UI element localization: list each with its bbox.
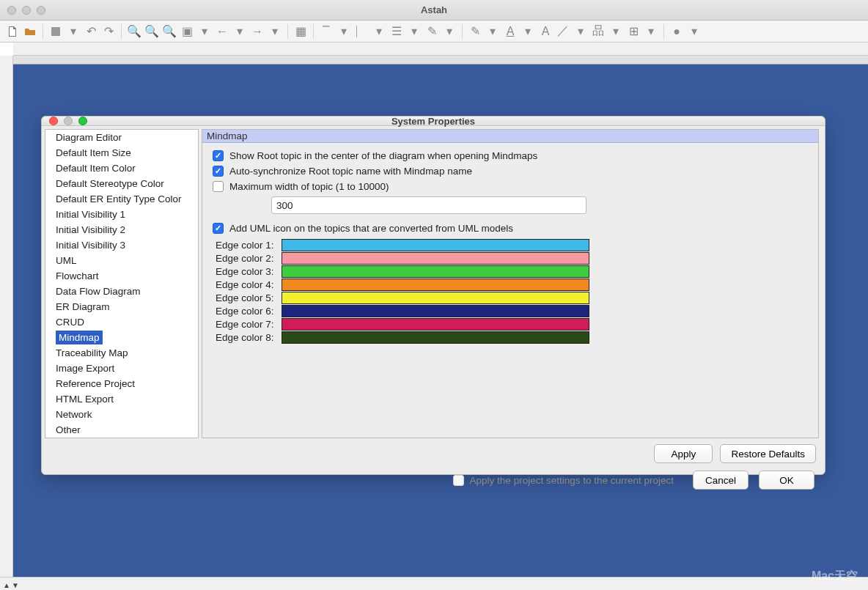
edge-color-label: Edge color 7: bbox=[216, 319, 282, 330]
chevron-down-icon[interactable]: ▾ bbox=[486, 25, 499, 38]
edge-color-swatch-4[interactable] bbox=[282, 279, 589, 291]
open-file-icon[interactable] bbox=[23, 25, 37, 38]
category-list[interactable]: Diagram EditorDefault Item SizeDefault I… bbox=[45, 130, 198, 438]
edge-color-swatch-5[interactable] bbox=[282, 292, 589, 304]
toolbar-separator bbox=[663, 24, 664, 39]
toolbar-separator bbox=[462, 24, 463, 39]
chevron-down-icon[interactable]: ▾ bbox=[233, 25, 246, 38]
zoom-out-icon[interactable]: 🔍 bbox=[145, 25, 158, 38]
pen-icon[interactable]: ✎ bbox=[468, 25, 482, 38]
arrow-down-icon[interactable]: ▼ bbox=[12, 581, 19, 589]
sidebar-item-er-diagram[interactable]: ER Diagram bbox=[45, 299, 198, 314]
sidebar-item-image-export[interactable]: Image Export bbox=[45, 361, 198, 376]
sidebar-item-crud[interactable]: CRUD bbox=[45, 314, 198, 330]
canvas-header-strip bbox=[13, 56, 868, 64]
sidebar-item-initial-visibility-3[interactable]: Initial Visibility 3 bbox=[45, 237, 198, 253]
sidebar-item-default-item-size[interactable]: Default Item Size bbox=[45, 145, 198, 161]
new-file-icon[interactable] bbox=[6, 25, 19, 38]
sidebar-item-uml[interactable]: UML bbox=[45, 253, 198, 268]
edge-color-label: Edge color 4: bbox=[216, 279, 282, 290]
apply-project-checkbox[interactable] bbox=[453, 475, 464, 486]
sidebar-item-other[interactable]: Other bbox=[45, 422, 198, 438]
edge-color-swatch-3[interactable] bbox=[282, 265, 589, 278]
autosync-checkbox[interactable] bbox=[213, 166, 224, 177]
redo-icon[interactable]: ↷ bbox=[102, 25, 115, 38]
chevron-down-icon[interactable]: ▾ bbox=[574, 25, 587, 38]
edge-color-swatch-1[interactable] bbox=[282, 239, 589, 251]
chevron-down-icon[interactable]: ▾ bbox=[609, 25, 622, 38]
sidebar-item-initial-visibility-1[interactable]: Initial Visibility 1 bbox=[45, 207, 198, 222]
edge-color-list: Edge color 1:Edge color 2:Edge color 3:E… bbox=[213, 238, 808, 344]
content-header: Mindmap bbox=[202, 130, 818, 143]
chevron-down-icon[interactable]: ▾ bbox=[337, 25, 350, 38]
dialog-footer: Apply the project settings to the curren… bbox=[42, 463, 825, 497]
arrow-left-icon[interactable]: ← bbox=[216, 25, 229, 38]
edge-color-swatch-6[interactable] bbox=[282, 305, 589, 317]
app-title: Astah bbox=[0, 4, 868, 15]
chevron-down-icon[interactable]: ▾ bbox=[67, 25, 80, 38]
chevron-down-icon[interactable]: ▾ bbox=[644, 25, 658, 38]
edge-color-swatch-7[interactable] bbox=[282, 318, 589, 331]
apply-button[interactable]: Apply bbox=[654, 444, 713, 463]
sidebar-item-data-flow-diagram[interactable]: Data Flow Diagram bbox=[45, 284, 198, 299]
maxwidth-checkbox[interactable] bbox=[213, 181, 224, 192]
edge-color-label: Edge color 1: bbox=[216, 240, 282, 251]
sidebar-item-html-export[interactable]: HTML Export bbox=[45, 391, 198, 407]
maxwidth-input[interactable]: 300 bbox=[271, 196, 586, 214]
hierarchy-icon[interactable]: ⊞ bbox=[627, 25, 640, 38]
fit-window-icon[interactable]: ▣ bbox=[180, 25, 194, 38]
text-icon[interactable]: A bbox=[504, 25, 517, 38]
show-root-checkbox[interactable] bbox=[213, 150, 224, 161]
zoom-in-icon[interactable]: 🔍 bbox=[128, 25, 141, 38]
edge-color-swatch-2[interactable] bbox=[282, 252, 589, 265]
toolbar-separator bbox=[121, 24, 122, 39]
bottom-scrollbar[interactable]: ▲▼ bbox=[0, 577, 868, 590]
chevron-down-icon[interactable]: ▾ bbox=[408, 25, 421, 38]
umlicon-checkbox[interactable] bbox=[213, 223, 224, 234]
distribute-icon[interactable]: ☰ bbox=[390, 25, 403, 38]
align-left-icon[interactable]: ⎸ bbox=[355, 25, 368, 38]
color-swatch-icon[interactable]: ● bbox=[670, 25, 683, 38]
edge-color-swatch-8[interactable] bbox=[282, 331, 589, 344]
style-icon[interactable]: ✎ bbox=[425, 25, 438, 38]
category-sidebar: Diagram EditorDefault Item SizeDefault I… bbox=[45, 129, 199, 438]
arrow-up-icon[interactable]: ▲ bbox=[3, 581, 10, 589]
save-icon[interactable] bbox=[49, 25, 62, 38]
horizontal-ruler bbox=[13, 43, 868, 56]
chevron-down-icon[interactable]: ▾ bbox=[521, 25, 534, 38]
font-icon[interactable]: A bbox=[539, 25, 552, 38]
svg-rect-0 bbox=[51, 27, 60, 36]
sidebar-item-mindmap[interactable]: Mindmap bbox=[56, 331, 103, 344]
maxwidth-label: Maximum width of topic (1 to 10000) bbox=[229, 181, 389, 192]
arrow-right-icon[interactable]: → bbox=[251, 25, 264, 38]
edge-color-label: Edge color 3: bbox=[216, 266, 282, 277]
sidebar-item-reference-project[interactable]: Reference Project bbox=[45, 376, 198, 391]
restore-defaults-button[interactable]: Restore Defaults bbox=[720, 444, 816, 463]
grid-icon[interactable]: ▦ bbox=[294, 25, 307, 38]
content-pane: Mindmap Show Root topic in the center of… bbox=[202, 129, 819, 438]
sidebar-item-diagram-editor[interactable]: Diagram Editor bbox=[45, 130, 198, 145]
zoom-fit-icon[interactable]: 🔍 bbox=[163, 25, 176, 38]
sidebar-item-default-er-entity-type-color[interactable]: Default ER Entity Type Color bbox=[45, 191, 198, 207]
connector-icon[interactable]: ／ bbox=[556, 25, 570, 38]
chevron-down-icon[interactable]: ▾ bbox=[372, 25, 386, 38]
maxwidth-value: 300 bbox=[276, 200, 293, 211]
dialog-titlebar: System Properties bbox=[42, 117, 825, 126]
cancel-button[interactable]: Cancel bbox=[693, 471, 749, 490]
chevron-down-icon[interactable]: ▾ bbox=[688, 25, 701, 38]
sidebar-item-default-item-color[interactable]: Default Item Color bbox=[45, 161, 198, 176]
layout-icon[interactable]: 品 bbox=[592, 25, 605, 38]
chevron-down-icon[interactable]: ▾ bbox=[268, 25, 282, 38]
sidebar-item-initial-visibility-2[interactable]: Initial Visibility 2 bbox=[45, 222, 198, 237]
sidebar-item-flowchart[interactable]: Flowchart bbox=[45, 268, 198, 284]
chevron-down-icon[interactable]: ▾ bbox=[198, 25, 211, 38]
ok-button[interactable]: OK bbox=[759, 471, 814, 490]
chevron-down-icon[interactable]: ▾ bbox=[443, 25, 456, 38]
content-buttons: Apply Restore Defaults bbox=[42, 438, 825, 463]
undo-icon[interactable]: ↶ bbox=[84, 25, 98, 38]
sidebar-item-network[interactable]: Network bbox=[45, 407, 198, 422]
sidebar-item-traceability-map[interactable]: Traceability Map bbox=[45, 345, 198, 361]
align-top-icon[interactable]: ⎺ bbox=[320, 25, 333, 38]
sidebar-item-default-stereotype-color[interactable]: Default Stereotype Color bbox=[45, 176, 198, 191]
toolbar-separator bbox=[287, 24, 288, 39]
